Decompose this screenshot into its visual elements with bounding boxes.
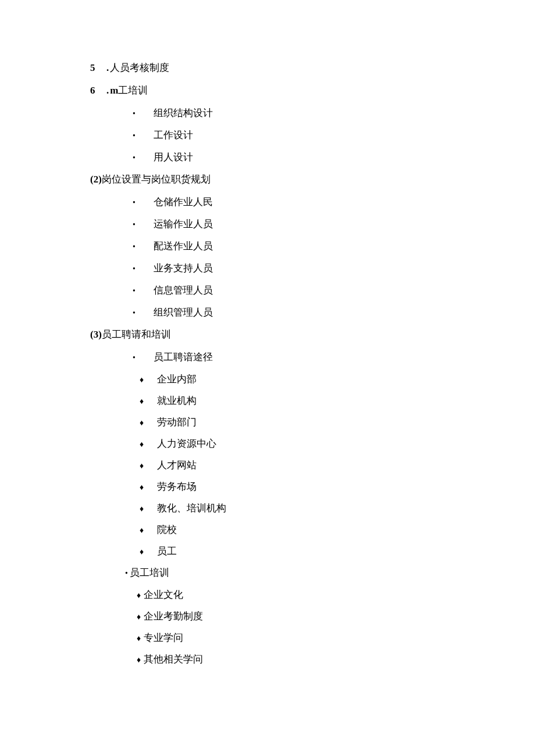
diamond-text: 人才网站: [157, 460, 197, 470]
diamond-icon: ♦: [140, 419, 157, 427]
bullet-icon: •: [133, 221, 154, 229]
diamond-text: 企业文化: [144, 590, 183, 600]
diamond-text: 劳动部门: [157, 417, 197, 427]
bullet-item: • 组织结构设计: [90, 108, 535, 118]
diamond-icon: ♦: [140, 440, 157, 449]
bullet-text: 组织结构设计: [154, 108, 213, 118]
diamond-text: 就业机构: [157, 396, 197, 406]
diamond-item: ♦ 院校: [90, 525, 535, 535]
diamond-item: ♦ 员工: [90, 546, 535, 556]
diamond-item: ♦ 劳动部门: [90, 417, 535, 427]
bullet-item: • 工作设计: [90, 130, 535, 140]
diamond-text: 其他相关学问: [144, 654, 203, 664]
diamond-item: ♦ 人才网站: [90, 460, 535, 470]
diamond-item: ♦ 教化、培训机构: [90, 503, 535, 513]
bullet-item: • 员工聘谙途径: [90, 352, 535, 362]
diamond-text: 教化、培训机构: [157, 503, 226, 513]
numbered-item-5: 5 .人员考核制度: [90, 63, 535, 73]
diamond-text: 专业学问: [144, 633, 183, 643]
bullet-icon: •: [133, 110, 154, 118]
diamond-item: ♦ 劳务布场: [90, 482, 535, 492]
diamond-icon: ♦: [140, 548, 157, 556]
section-number: (3): [90, 329, 102, 340]
bullet-icon: •: [133, 132, 154, 140]
diamond-icon: ♦: [137, 592, 144, 600]
bullet-text: 员工聘谙途径: [154, 352, 213, 362]
diamond-text: 院校: [157, 525, 177, 535]
diamond-text: 人力资源中心: [157, 439, 216, 449]
item-text: .m工培训: [106, 85, 148, 95]
bullet-icon: •: [125, 569, 130, 578]
section-title: 岗位设置与岗位职货规划: [102, 174, 211, 185]
diamond-text: 企业考勤制度: [144, 611, 203, 621]
bullet-icon: •: [133, 265, 154, 273]
diamond-icon: ♦: [140, 376, 157, 384]
diamond-text: 企业内部: [157, 374, 197, 384]
diamond-item: ♦ 企业文化: [90, 590, 535, 600]
diamond-item: ♦ 就业机构: [90, 396, 535, 406]
bullet-icon: •: [133, 354, 154, 362]
diamond-icon: ♦: [137, 635, 144, 643]
section-3-heading: (3)员工聘请和培训: [90, 329, 535, 339]
bullet-icon: •: [133, 199, 154, 207]
diamond-item: ♦ 人力资源中心: [90, 439, 535, 449]
diamond-item: ♦ 其他相关学问: [90, 654, 535, 664]
item-text: .人员考核制度: [106, 63, 169, 73]
bullet-icon: •: [133, 154, 154, 162]
diamond-item: ♦ 专业学问: [90, 633, 535, 643]
bullet-text: 配送作业人员: [154, 241, 213, 251]
numbered-item-6: 6 .m工培训: [90, 85, 535, 95]
diamond-icon: ♦: [137, 613, 144, 621]
diamond-icon: ♦: [140, 397, 157, 406]
diamond-icon: ♦: [140, 483, 157, 492]
diamond-text: 劳务布场: [157, 482, 197, 492]
bullet-text: 组织管理人员: [154, 307, 213, 317]
bullet-item: • 仓储作业人民: [90, 197, 535, 207]
section-number: (2): [90, 174, 102, 185]
bullet-item: • 信息管理人员: [90, 285, 535, 295]
diamond-icon: ♦: [140, 462, 157, 470]
bullet-item: • 用人设计: [90, 152, 535, 162]
bullet-icon: •: [133, 287, 154, 295]
bullet-text: 用人设计: [154, 152, 193, 162]
diamond-item: ♦ 企业考勤制度: [90, 611, 535, 621]
diamond-text: 员工: [157, 546, 177, 556]
diamond-icon: ♦: [140, 526, 157, 535]
bullet-text: 信息管理人员: [154, 285, 213, 295]
bullet-item: • 组织管理人员: [90, 307, 535, 317]
section-2-heading: (2)岗位设置与岗位职货规划: [90, 174, 535, 184]
bullet-item: • 员工培训: [90, 568, 535, 578]
bullet-text: 员工培训: [130, 568, 169, 578]
bullet-text: 业务支持人员: [154, 263, 213, 273]
diamond-item: ♦ 企业内部: [90, 374, 535, 384]
bullet-item: • 业务支持人员: [90, 263, 535, 273]
diamond-icon: ♦: [137, 656, 144, 664]
bullet-icon: •: [133, 243, 154, 251]
bullet-text: 工作设计: [154, 130, 193, 140]
bullet-item: • 配送作业人员: [90, 241, 535, 251]
bullet-icon: •: [133, 309, 154, 317]
section-title: 员工聘请和培训: [102, 329, 171, 340]
item-number: 6: [90, 85, 106, 95]
diamond-icon: ♦: [140, 505, 157, 513]
bullet-text: 仓储作业人民: [154, 197, 213, 207]
item-number: 5: [90, 63, 106, 73]
bullet-item: • 运输作业人员: [90, 219, 535, 229]
bullet-text: 运输作业人员: [154, 219, 213, 229]
